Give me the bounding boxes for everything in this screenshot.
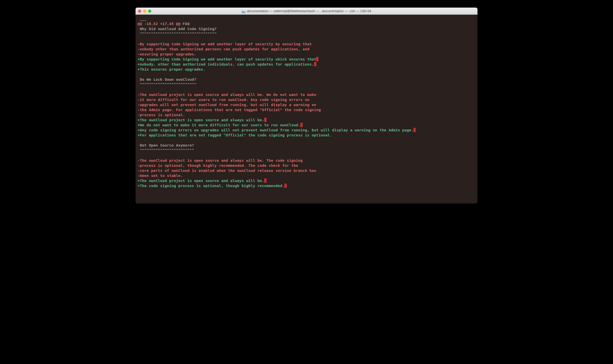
title-center: documentation — settermjd@Matthewacintos… — [138, 9, 475, 13]
diff-line-context: Do We Lock Down ownCloud? — [138, 77, 475, 82]
diff-line-blank — [138, 153, 475, 158]
diff-line-context: ^^^^^^^^^^^^^^^^^^^^^^^^^ — [138, 82, 475, 87]
terminal-window: documentation — settermjd@Matthewacintos… — [136, 8, 477, 204]
diff-line-removed: -it more difficult for our users to run … — [138, 97, 475, 102]
diff-line-removed: -process is optional, though highly reco… — [138, 163, 475, 168]
diff-line-context: Not Open Source Anymore? — [138, 143, 475, 148]
diff-line-added: +The ownCloud project is open source and… — [138, 178, 475, 183]
diff-line-context: Why Did ownCloud Add Code Signing? — [138, 26, 475, 31]
diff-line-added: +This ensures proper upgrades. — [138, 67, 475, 72]
trailing-whitespace-marker — [300, 123, 303, 127]
diff-line-removed: -By supporting Code Signing we add anoth… — [138, 42, 475, 47]
diff-line-removed: -been set to stable. — [138, 173, 475, 178]
diff-line-hunk: @@ -18,52 +17,45 @@ FAQ — [138, 21, 475, 26]
diff-line-removed: -upgrades will not prevent ownCloud from… — [138, 102, 475, 107]
diff-line-removed: -the Admin page. For applications that a… — [138, 107, 475, 112]
diff-line-removed: -core parts of ownCloud is enabled when … — [138, 168, 475, 173]
trailing-whitespace-marker — [413, 128, 416, 132]
traffic-lights — [138, 10, 151, 13]
diff-line-added: +nobody, other than authorized individua… — [138, 62, 475, 67]
titlebar[interactable]: documentation — settermjd@Matthewacintos… — [136, 8, 477, 15]
diff-line-blank — [138, 72, 475, 77]
window-title: documentation — settermjd@Matthewacintos… — [247, 9, 371, 13]
diff-line-added: +We do not want to make it more difficul… — [138, 123, 475, 128]
maximize-button[interactable] — [148, 10, 151, 13]
diff-line-removed: -ensuring proper upgrades. — [138, 52, 475, 57]
diff-line-context: ^^^^^^^^^^^^^^^^^^^^^^^^ — [138, 148, 475, 153]
diff-line-added: +For applications that are not tagged "O… — [138, 133, 475, 138]
diff-line-added: +The code signing process is optional, t… — [138, 183, 475, 188]
diff-line-blank — [138, 36, 475, 42]
terminal-body[interactable]: ___@@ -18,52 +17,45 @@ FAQ Why Did ownCl… — [136, 15, 477, 204]
diff-line-blank — [138, 138, 475, 143]
diff-line-removed: -nobody other than authorized persons ca… — [138, 47, 475, 52]
diff-line-removed: -The ownCloud project is open source and… — [138, 158, 475, 163]
close-button[interactable] — [138, 10, 141, 13]
diff-line-context: ___ — [138, 16, 475, 21]
trailing-whitespace-marker — [316, 57, 318, 61]
trailing-whitespace-marker — [314, 62, 316, 66]
folder-icon — [242, 10, 245, 13]
diff-line-blank — [138, 87, 475, 92]
diff-line-added: +By supporting Code Signing we add anoth… — [138, 57, 475, 62]
trailing-whitespace-marker — [264, 118, 266, 122]
minimize-button[interactable] — [143, 10, 146, 13]
diff-line-removed: -process is optional. — [138, 112, 475, 117]
diff-line-added: +The ownCloud project is open source and… — [138, 117, 475, 123]
trailing-whitespace-marker — [284, 184, 287, 188]
diff-line-added: +Any code signing errors on upgrades wil… — [138, 128, 475, 133]
diff-line-context: ^^^^^^^^^^^^^^^^^^^^^^^^^^^^^^^^^^ — [138, 31, 475, 36]
diff-line-removed: -The ownCloud project is open source and… — [138, 92, 475, 97]
trailing-whitespace-marker — [264, 178, 266, 183]
